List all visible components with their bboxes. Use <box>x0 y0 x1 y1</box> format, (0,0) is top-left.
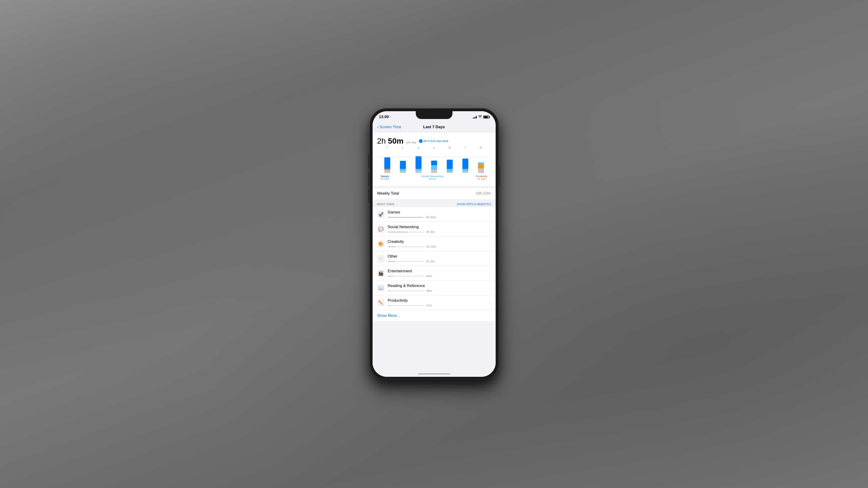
legend-creativity-time: 1h 13m <box>476 178 487 180</box>
summary-section: 2h 50m per day ↑ 84 % from last week <box>373 132 496 186</box>
other-chevron-icon: › <box>490 257 491 261</box>
creativity-time: 1h 13m <box>426 245 436 248</box>
productivity-info: Productivity 17m <box>388 298 488 307</box>
reading-info: Reading & Reference 25m <box>388 284 488 292</box>
reading-time: 25m <box>426 289 432 292</box>
category-list: 🚀 Games 5h 40m › <box>373 207 496 310</box>
reading-bar-fill <box>388 290 390 291</box>
weekly-total-row: Weekly Total 19h 53m <box>373 188 496 199</box>
legend-creativity: Creativity 1h 13m <box>476 175 487 180</box>
legend-creativity-label: Creativity <box>476 175 487 178</box>
other-name: Other <box>388 254 488 259</box>
entertainment-bar-fill <box>388 276 394 277</box>
productivity-chevron-icon: › <box>490 301 491 305</box>
day-label-6: W <box>477 146 485 149</box>
main-content: ‹ Screen Time Last 7 Days 2h 50m <box>373 111 496 377</box>
daily-time: 2h 50m <box>377 137 404 145</box>
legend-social-time: 3h 2m <box>422 178 443 180</box>
time-display: 13:00 <box>379 115 389 119</box>
signal-icon <box>473 115 477 119</box>
day-label-4: M <box>445 146 454 149</box>
day-label-2: S <box>414 146 423 149</box>
entertainment-time: 54m <box>426 274 432 278</box>
chart-bars <box>377 150 491 173</box>
status-time: 13:00 ↑ <box>379 115 391 119</box>
other-bar-bg <box>388 261 425 262</box>
category-item-social[interactable]: 💬 Social Networking 3h 2m › <box>373 222 496 237</box>
legend-social-label: Social Networking <box>422 175 443 178</box>
notch <box>416 111 453 119</box>
trend-badge: ↑ 84 % from last week <box>419 139 448 143</box>
legend-games-label: Games <box>381 175 389 178</box>
nav-bar: ‹ Screen Time Last 7 Days <box>373 123 496 132</box>
weekly-total-value: 19h 53m <box>476 191 491 196</box>
trend-arrow-icon: ↑ <box>419 139 423 143</box>
reading-name: Reading & Reference <box>388 284 488 288</box>
social-bar-bg <box>388 232 425 232</box>
trend-value: 84 % from last week <box>424 140 448 143</box>
most-used-title: MOST USED <box>377 203 395 206</box>
back-chevron-icon: ‹ <box>377 124 378 130</box>
per-day-label: per day <box>406 141 416 144</box>
category-item-productivity[interactable]: ✏️ Productivity 17m › <box>373 295 496 310</box>
games-time: 5h 40m <box>426 216 436 219</box>
games-bar-fill <box>388 217 423 218</box>
entertainment-name: Entertainment <box>388 269 488 274</box>
show-more-button[interactable]: Show More... <box>377 313 400 318</box>
day-label-0: T <box>383 146 392 149</box>
productivity-name: Productivity <box>388 298 488 303</box>
legend-social: Social Networking 3h 2m <box>422 175 443 180</box>
creativity-name: Creativity <box>388 239 488 244</box>
other-info: Other 1h 2m <box>388 254 488 263</box>
bar-day-2 <box>414 156 423 173</box>
scroll-content[interactable]: 2h 50m per day ↑ 84 % from last week <box>373 132 496 368</box>
games-info: Games 5h 40m <box>388 210 488 219</box>
productivity-bar-fill <box>388 305 390 306</box>
social-name: Social Networking <box>388 225 488 229</box>
social-bar-fill <box>388 232 408 232</box>
location-icon: ↑ <box>390 116 391 118</box>
hours-display: 2h <box>377 137 386 145</box>
reading-chevron-icon: › <box>490 286 491 290</box>
reading-bar-bg <box>388 290 425 291</box>
bar-day-3 <box>430 161 438 173</box>
games-name: Games <box>388 210 488 214</box>
other-bar-fill <box>388 261 395 262</box>
entertainment-info: Entertainment 54m <box>388 269 488 278</box>
category-item-reading[interactable]: 📖 Reading & Reference 25m › <box>373 281 496 295</box>
back-label: Screen Time <box>379 125 401 130</box>
daily-average: 2h 50m per day ↑ 84 % from last week <box>377 137 491 145</box>
day-label-1: F <box>399 146 407 149</box>
bar-day-5 <box>461 159 469 173</box>
status-icons <box>473 115 489 119</box>
creativity-bar-bg <box>388 246 425 247</box>
games-icon: 🚀 <box>377 211 384 218</box>
weekly-total-label: Weekly Total <box>377 191 399 196</box>
show-apps-button[interactable]: SHOW APPS & WEBSITES <box>457 203 491 206</box>
usage-chart: T F S S M T W <box>377 146 491 183</box>
phone-body: 13:00 ↑ <box>370 109 498 379</box>
category-item-entertainment[interactable]: 🎬 Entertainment 54m › <box>373 266 496 281</box>
wifi-icon <box>478 115 482 119</box>
reading-icon: 📖 <box>377 284 384 292</box>
entertainment-icon: 🎬 <box>377 270 384 277</box>
bar-day-1 <box>399 161 407 173</box>
bar-day-6 <box>477 163 485 173</box>
day-label-5: T <box>461 146 469 149</box>
category-item-other[interactable]: ··· Other 1h 2m › <box>373 251 496 266</box>
show-more-section: Show More... <box>373 310 496 321</box>
other-time: 1h 2m <box>426 260 435 263</box>
bar-day-0 <box>383 157 392 173</box>
home-indicator[interactable] <box>418 373 450 374</box>
category-item-games[interactable]: 🚀 Games 5h 40m › <box>373 207 496 222</box>
creativity-icon: 🎨 <box>377 240 384 248</box>
games-chevron-icon: › <box>490 213 491 217</box>
bar-day-4 <box>445 160 454 173</box>
entertainment-bar-bg <box>388 276 425 277</box>
games-bar-bg <box>388 217 425 218</box>
creativity-chevron-icon: › <box>490 242 491 246</box>
minutes-display: 50m <box>388 137 404 145</box>
category-item-creativity[interactable]: 🎨 Creativity 1h 13m › <box>373 237 496 251</box>
chart-day-labels: T F S S M T W <box>377 146 491 149</box>
social-icon: 💬 <box>377 226 384 233</box>
